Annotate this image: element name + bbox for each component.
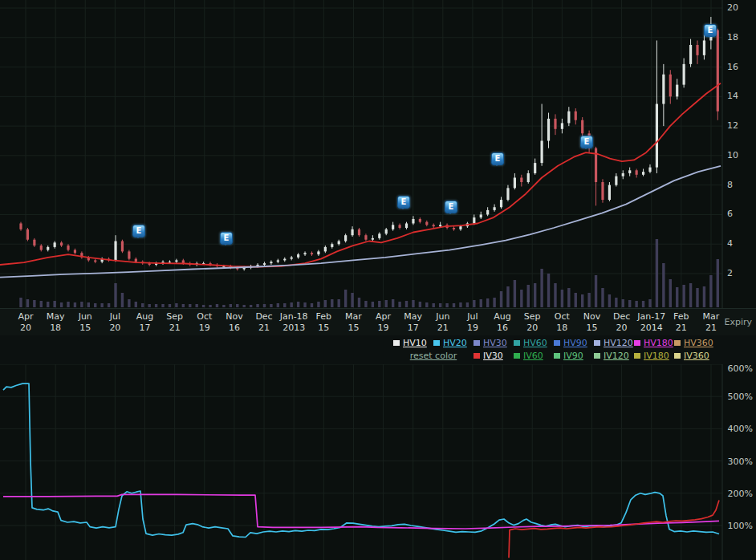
price-chart-panel: 2018161412108642EEEEEEE [0, 0, 756, 308]
price-axis-label: 16 [727, 62, 753, 72]
volatility-axis-label: 600% [721, 363, 753, 374]
legend-item-hv10-label: HV10 [403, 338, 427, 348]
legend-item-hv120[interactable]: HV120 [594, 338, 634, 348]
tick-day: 21 [693, 323, 729, 334]
reset-color-link[interactable]: reset color [393, 351, 474, 361]
price-axis-label: 2 [727, 268, 753, 278]
expiry-axis-strip: Expiry Apr20May18Jun15Jul20Aug17Sep21Oct… [0, 308, 756, 336]
series-hv180 [3, 494, 719, 529]
tick-month: Mar [693, 311, 729, 323]
volatility-chart-app: 2018161412108642EEEEEEE Expiry Apr20May1… [0, 0, 756, 560]
legend-item-hv90[interactable]: HV90 [554, 338, 594, 348]
legend-item-iv180-label: IV180 [644, 351, 669, 361]
price-axis-label: 6 [727, 209, 753, 219]
volatility-axis-label: 200% [721, 489, 753, 499]
reset-color-link-label: reset color [410, 351, 457, 361]
price-axis-label: 18 [727, 32, 753, 43]
legend-item-hv120-swatch [594, 340, 600, 346]
legend-item-hv90-swatch [554, 340, 560, 346]
volatility-axis-label: 500% [721, 392, 753, 402]
blue-long-ma-line [0, 166, 721, 278]
hv-legend-row: HV10HV20HV30HV60HV90HV120HV180HV360 [393, 338, 714, 348]
legend-item-iv90-swatch [554, 353, 560, 359]
legend-item-hv60-label: HV60 [523, 338, 547, 348]
earnings-marker[interactable]: E [397, 196, 410, 209]
legend-item-hv60[interactable]: HV60 [514, 338, 554, 348]
legend-item-iv180[interactable]: IV180 [634, 351, 674, 361]
earnings-marker[interactable]: E [491, 152, 504, 165]
legend-item-iv90[interactable]: IV90 [554, 351, 594, 361]
legend-item-hv90-label: HV90 [563, 338, 587, 348]
earnings-marker[interactable]: E [704, 24, 717, 37]
volatility-chart-canvas[interactable] [0, 364, 756, 560]
legend-item-iv180-swatch [634, 353, 640, 359]
price-axis-label: 8 [727, 180, 753, 190]
legend-item-iv60-swatch [514, 353, 520, 359]
legend-item-hv20-swatch [433, 340, 440, 346]
legend-item-iv120-swatch [594, 353, 600, 359]
legend-item-hv120-label: HV120 [604, 338, 633, 348]
legend-item-iv120-label: IV120 [604, 351, 629, 361]
legend-item-hv30[interactable]: HV30 [474, 338, 514, 348]
legend-item-hv60-swatch [514, 340, 520, 346]
earnings-marker[interactable]: E [445, 201, 457, 213]
legend-item-hv180-label: HV180 [644, 338, 673, 348]
series-iv30 [509, 501, 719, 558]
earnings-marker[interactable]: E [132, 225, 145, 237]
legend-item-iv60-label: IV60 [523, 351, 543, 361]
price-axis-label: 20 [727, 2, 753, 13]
legend-item-iv360-swatch [674, 353, 681, 359]
legend-item-hv20-label: HV20 [443, 338, 467, 348]
legend-item-iv30[interactable]: IV30 [474, 351, 514, 361]
volatility-chart-panel: 600%500%400%300%200%100% [0, 364, 756, 560]
legend-item-iv60[interactable]: IV60 [514, 351, 554, 361]
price-axis-label: 12 [727, 120, 753, 131]
volatility-axis-label: 400% [721, 424, 753, 434]
legend-item-iv120[interactable]: IV120 [594, 351, 634, 361]
legend-item-hv180-swatch [634, 340, 640, 346]
series-hv20 [3, 383, 719, 537]
legend-item-iv360-label: IV360 [684, 351, 709, 361]
legend-item-hv180[interactable]: HV180 [634, 338, 674, 348]
legend-item-hv30-label: HV30 [483, 338, 507, 348]
legend-item-hv10-swatch [393, 340, 400, 346]
legend-item-hv360-swatch [674, 340, 681, 346]
volatility-axis-label: 100% [721, 521, 753, 531]
iv-legend-row: reset colorIV30IV60IV90IV120IV180IV360 [393, 351, 714, 361]
legend-item-iv30-swatch [474, 353, 480, 359]
earnings-marker[interactable]: E [580, 136, 593, 148]
legend-item-iv360[interactable]: IV360 [674, 351, 714, 361]
legend-item-hv360-label: HV360 [684, 338, 713, 348]
earnings-marker[interactable]: E [220, 232, 233, 245]
volatility-axis-label: 300% [721, 457, 753, 467]
legend-item-hv20[interactable]: HV20 [433, 338, 474, 348]
expiry-tick-label: Mar21 [693, 311, 729, 334]
price-axis-label: 4 [727, 238, 753, 249]
price-axis-label: 14 [727, 91, 753, 101]
red-trend-line [0, 83, 721, 267]
series-legend-bar: HV10HV20HV30HV60HV90HV120HV180HV360 rese… [0, 335, 756, 364]
legend-item-iv30-label: IV30 [483, 351, 503, 361]
price-axis-label: 10 [727, 150, 753, 160]
price-chart-canvas[interactable] [0, 0, 756, 308]
legend-item-hv360[interactable]: HV360 [674, 338, 714, 348]
legend-item-hv30-swatch [474, 340, 480, 346]
legend-item-iv90-label: IV90 [563, 351, 583, 361]
legend-item-hv10[interactable]: HV10 [393, 338, 433, 348]
